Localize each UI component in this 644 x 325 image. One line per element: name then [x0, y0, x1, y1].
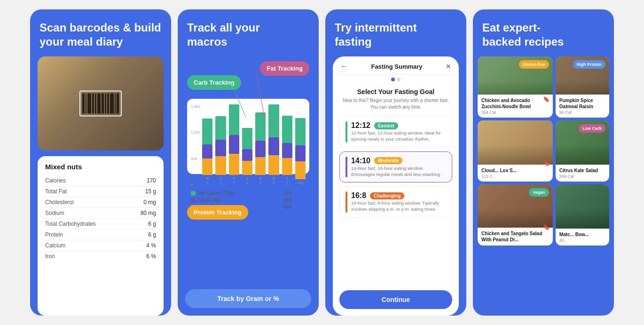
dot-1: [391, 78, 395, 81]
bar-f3: F3: [229, 104, 239, 185]
protein-bar: [215, 156, 226, 175]
recipe-cal-avocado: 364 Cal: [481, 110, 549, 115]
fat-bar: [215, 140, 226, 156]
recipe-card-tangelo[interactable]: Vegan Chicken and Tangelo Salad With Pea…: [478, 184, 553, 246]
calories-label: Calories: [45, 177, 66, 184]
fat-pct1: 33%: [283, 198, 292, 203]
fasting-goal-subtitle: New to this? Begin your journey with a s…: [339, 97, 452, 111]
card2-title: Track all yourmacros: [178, 9, 319, 56]
y-axis: 1,800 1,200 600 0: [191, 104, 202, 187]
recipe-card-avocado[interactable]: Gluten-free Chicken and Avocado Zucchini…: [478, 56, 553, 118]
bar-label: W1: [205, 176, 209, 185]
bar-t2: T2: [215, 116, 226, 185]
macro-chart: 1,800 1,200 600 0 W1: [187, 99, 309, 174]
protein-bar: [229, 154, 239, 175]
barcode-line: [92, 94, 94, 114]
option-header-1410: 14:10 Moderate: [351, 157, 446, 165]
fasting-phone-screen: ← Fasting Summary ✕ Select Your Fasting …: [333, 56, 459, 316]
bookmark-icon-3[interactable]: 🔖: [543, 224, 550, 230]
fat-dot: [191, 198, 196, 203]
sodium-label: Sodium: [45, 210, 64, 216]
protein-bar: [242, 161, 252, 175]
bar-s4: S4: [242, 128, 252, 185]
recipe-name-pumpkin: Pumpkin Spice Oatmeal Raisin: [559, 97, 605, 110]
barcode-line: [86, 94, 86, 114]
carb-pct2: 35%: [296, 190, 306, 196]
recipe-card-kale[interactable]: Low Carb Citrus Kale Salad 269 Cal: [556, 120, 609, 182]
barcode-line: [97, 94, 101, 114]
food-name: Mixed nuts: [45, 163, 156, 171]
nutrition-row-protein: Protein 6 g: [45, 230, 156, 240]
cholesterol-value: 0 mg: [143, 199, 156, 206]
recipe-info-avocado: Chicken and Avocado Zucchini-Noodle Bowl…: [478, 95, 553, 118]
low-carb-badge: Low Carb: [579, 124, 605, 133]
phone-header: ← Fasting Summary ✕: [333, 56, 459, 75]
bar-s5: S5: [255, 112, 266, 185]
recipe-info-kale: Citrus Kale Salad 269 Cal: [556, 165, 609, 182]
recipe-card-matcha[interactable]: Matc... Bow... 40...: [556, 184, 609, 246]
protein-value: 6 g: [148, 231, 156, 238]
fasting-bar-green: [346, 121, 347, 143]
iron-label: Iron: [45, 253, 55, 260]
recipe-cal-kale: 269 Cal: [559, 174, 605, 179]
recipe-name-avocado: Chicken and Avocado Zucchini-Noodle Bowl: [481, 97, 549, 110]
barcode-line: [105, 94, 106, 114]
option-header-168: 16:8 Challenging: [351, 191, 446, 200]
fasting-desc-168: 16-hour fast, 8-hour eating window. Typi…: [351, 200, 446, 213]
card-fasting: Try intermittentfasting ← Fasting Summar…: [325, 9, 466, 316]
gluten-free-badge: Gluten-free: [519, 60, 549, 69]
recipe-cal-sandwich: 113 C...: [481, 174, 549, 179]
fat-value: 15 g: [145, 188, 156, 195]
page-dots: [333, 75, 459, 84]
protein-bar: [295, 161, 306, 179]
recipe-card-sandwich[interactable]: Cloud... Lox S... 113 C... 🔖: [478, 120, 553, 182]
track-by-gram-button[interactable]: Track by Gram or %: [185, 289, 311, 308]
recipe-info-pumpkin: Pumpkin Spice Oatmeal Raisin 96 Cal: [556, 95, 609, 118]
fasting-bar-orange: [346, 191, 347, 213]
barcode-line: [107, 94, 110, 114]
bar-label: Avg: [297, 181, 304, 185]
close-icon[interactable]: ✕: [446, 63, 451, 70]
bar-label: F3: [233, 176, 235, 185]
high-protein-badge: High Protein: [573, 60, 606, 69]
bookmark-icon-2[interactable]: 🔖: [543, 160, 550, 166]
recipe-name-matcha: Matc... Bow...: [559, 231, 605, 238]
recipe-card-pumpkin[interactable]: High Protein Pumpkin Spice Oatmeal Raisi…: [556, 56, 609, 118]
bar-label: T2: [220, 176, 222, 185]
bar-label: S5: [259, 176, 261, 185]
continue-button[interactable]: Continue: [339, 290, 452, 309]
carb-bar: [268, 104, 279, 137]
protein-pct1: 45%: [283, 205, 292, 210]
iron-value: 6 %: [146, 253, 156, 260]
fasting-option-1410[interactable]: 14:10 Moderate 14-hour fast, 10-hour eat…: [339, 151, 452, 183]
carbs-value: 6 g: [148, 221, 156, 227]
fat-legend-label: Fat (473g): [198, 198, 220, 203]
fasting-option-1212[interactable]: 12:12 Easiest 12-hour fast, 12-hour eati…: [339, 116, 452, 148]
back-arrow-icon[interactable]: ←: [340, 62, 348, 71]
nutrition-row-cholesterol: Cholesterol 0 mg: [45, 197, 156, 208]
calories-value: 170: [147, 177, 156, 184]
bookmark-icon[interactable]: 🔖: [543, 96, 550, 103]
protein-label: Protein: [45, 231, 63, 238]
fat-tracking-bubble: Fat Tracking: [260, 61, 309, 76]
bar-m6: M6: [268, 104, 279, 185]
carb-bar: [295, 118, 306, 145]
barcode-line: [102, 94, 104, 114]
fat-label: Total Fat: [45, 188, 67, 195]
fasting-summary-title: Fasting Summary: [371, 63, 422, 70]
bar-label: T7: [286, 176, 288, 185]
fasting-time-1410: 14:10: [351, 157, 370, 165]
card1-title: Scan barcodes & build your meal diary: [30, 9, 171, 56]
bar-label: S4: [246, 176, 248, 185]
calcium-value: 4 %: [146, 242, 156, 249]
fasting-option-168[interactable]: 16:8 Challenging 16-hour fast, 8-hour ea…: [339, 186, 452, 218]
barcode-line: [95, 94, 96, 114]
fat-bar: [242, 149, 252, 161]
legend-carbs: Net Carbs (720g) 22% 35%: [191, 190, 306, 196]
calcium-label: Calcium: [45, 242, 65, 249]
carb-legend-label: Net Carbs (720g): [198, 190, 234, 196]
protein-tracking-bubble: Protein Tracking: [187, 205, 248, 220]
fasting-desc-1410: 14-hour fast, 10-hour eating window. Enc…: [351, 165, 446, 178]
cards-container: Scan barcodes & build your meal diary: [21, 0, 623, 325]
sodium-value: 80 mg: [141, 210, 156, 216]
